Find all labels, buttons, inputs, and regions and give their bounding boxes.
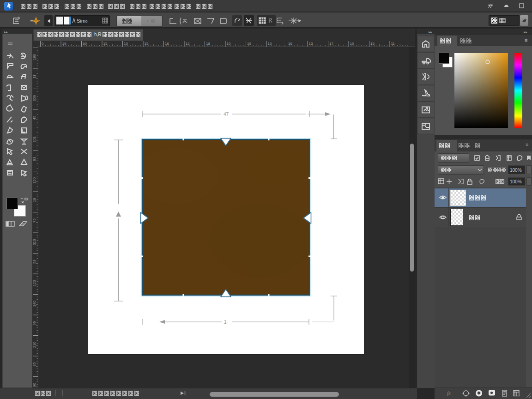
- svg-text:16: 16: [288, 42, 292, 46]
- svg-text:140: 140: [32, 300, 36, 307]
- svg-text:10: 10: [124, 42, 128, 46]
- svg-text:15: 15: [145, 42, 149, 46]
- svg-text:90: 90: [32, 382, 36, 387]
- svg-text:11: 11: [391, 42, 395, 46]
- svg-text:45: 45: [32, 115, 36, 120]
- svg-text:210: 210: [32, 341, 36, 348]
- svg-text:15: 15: [103, 42, 108, 46]
- svg-text:19: 19: [62, 42, 66, 46]
- svg-text:11: 11: [32, 74, 36, 79]
- svg-text:10: 10: [268, 42, 272, 46]
- svg-text:75: 75: [32, 218, 36, 222]
- svg-text:310: 310: [32, 239, 36, 245]
- svg-text:19: 19: [247, 42, 251, 46]
- svg-text:1·: 1·: [224, 320, 228, 325]
- svg-text:150: 150: [32, 177, 36, 183]
- svg-text:13: 13: [309, 42, 313, 46]
- svg-text:35: 35: [32, 362, 36, 366]
- svg-text:58: 58: [32, 259, 36, 263]
- svg-text:15: 15: [370, 42, 375, 46]
- svg-text:300: 300: [32, 95, 36, 101]
- svg-text:120: 120: [32, 280, 36, 286]
- svg-text:17: 17: [329, 42, 333, 46]
- svg-text:180: 180: [32, 54, 36, 60]
- svg-text:0: 0: [42, 42, 44, 46]
- svg-text:101: 101: [32, 136, 36, 142]
- svg-text:16: 16: [165, 42, 169, 46]
- svg-text:93: 93: [32, 157, 36, 161]
- svg-text:60: 60: [83, 42, 87, 46]
- svg-text:12: 12: [186, 42, 190, 46]
- svg-text:10: 10: [350, 42, 354, 46]
- svg-text:fx: fx: [447, 390, 451, 396]
- svg-text:66: 66: [32, 321, 36, 325]
- svg-text:10: 10: [227, 42, 231, 46]
- svg-text:18: 18: [32, 198, 36, 202]
- svg-text:47: 47: [224, 112, 229, 117]
- svg-text:18: 18: [206, 42, 210, 46]
